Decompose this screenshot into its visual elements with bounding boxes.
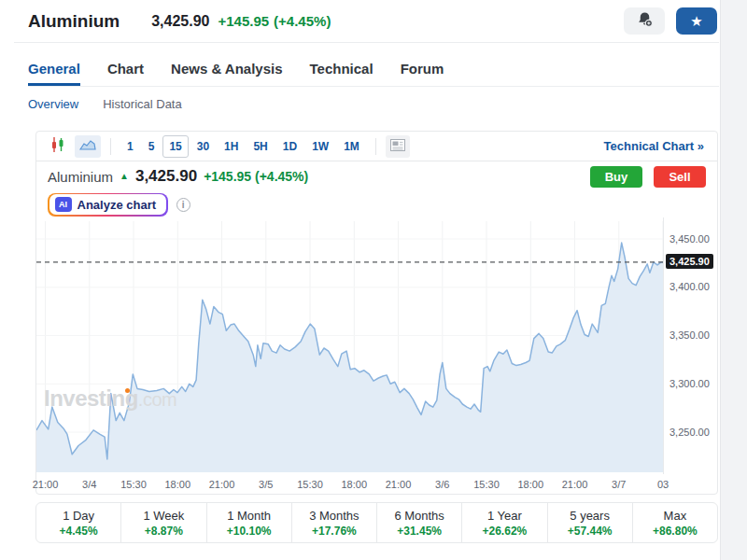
chart-change: +145.95 (+4.45%) (204, 169, 308, 184)
timeframe-5h-button[interactable]: 5H (247, 135, 274, 158)
timeframe-30-button[interactable]: 30 (190, 135, 216, 158)
performance-cell-3-months: 3 Months+17.76% (292, 503, 377, 542)
tab-technical[interactable]: Technical (310, 54, 374, 86)
create-alert-button[interactable] (624, 7, 665, 35)
header-change-pct: (+4.45%) (274, 13, 331, 29)
x-axis-label: 3/4 (82, 479, 96, 490)
star-icon: ★ (690, 14, 702, 28)
x-axis-label: 18:00 (164, 479, 190, 490)
performance-label: 3 Months (309, 509, 359, 523)
timeframe-1h-button[interactable]: 1H (218, 135, 245, 158)
timeframe-group: 1515301H5H1D1W1M (120, 135, 366, 158)
performance-cell-5-years: 5 years+57.44% (548, 503, 633, 542)
price-axis: 3,450.003,400.003,350.003,300.003,250.00… (663, 217, 718, 474)
x-axis-label: 15:30 (473, 479, 500, 490)
performance-value: +8.87% (145, 525, 183, 538)
timeframe-1-button[interactable]: 1 (120, 135, 140, 158)
performance-label: 1 Month (227, 509, 271, 523)
performance-label: 1 Week (143, 509, 184, 523)
y-axis-label: 3,250.00 (669, 427, 710, 438)
x-axis-label: 21:00 (209, 479, 235, 490)
subnav-overview[interactable]: Overview (28, 97, 78, 111)
x-axis-label: 3/5 (259, 479, 273, 490)
header-price: 3,425.90 (151, 13, 209, 30)
x-axis-label: 03 (657, 479, 669, 490)
performance-value: +10.10% (227, 525, 272, 538)
timeframe-1w-button[interactable]: 1W (305, 135, 335, 158)
performance-label: 5 years (570, 509, 610, 523)
performance-value: +26.62% (483, 525, 528, 538)
news-panel-button[interactable] (386, 135, 410, 158)
tab-forum[interactable]: Forum (401, 54, 444, 86)
y-axis-label: 3,400.00 (669, 281, 710, 292)
technical-chart-link[interactable]: Technical Chart » (604, 139, 708, 153)
timeframe-1d-button[interactable]: 1D (276, 135, 303, 158)
performance-value: +4.45% (60, 525, 98, 538)
toolbar-divider (110, 138, 111, 155)
bell-plus-icon (636, 10, 654, 32)
performance-cell-1-year: 1 Year+26.62% (462, 503, 547, 542)
performance-value: +57.44% (568, 525, 613, 538)
y-axis-label: 3,350.00 (669, 329, 710, 341)
x-axis-label: 3/7 (612, 479, 626, 490)
performance-value: +86.80% (653, 525, 698, 538)
tab-chart[interactable]: Chart (107, 54, 144, 86)
buy-button[interactable]: Buy (590, 166, 642, 188)
candlestick-icon (49, 136, 66, 157)
analyze-chart-label: Analyze chart (78, 198, 157, 212)
performance-cell-max: Max+86.80% (633, 503, 717, 542)
tab-news-analysis[interactable]: News & Analysis (171, 54, 283, 86)
performance-cell-1-month: 1 Month+10.10% (207, 503, 292, 542)
area-chart-icon (79, 138, 96, 155)
page-title: Aluminium (28, 11, 120, 32)
layout-panel-icon (390, 138, 405, 155)
chart-instrument-name: Aluminium (48, 169, 113, 185)
x-axis-label: 15:30 (120, 479, 147, 490)
performance-label: Max (664, 509, 687, 523)
performance-cell-1-day: 1 Day+4.45% (36, 503, 121, 542)
subnav-historical-data[interactable]: Historical Data (103, 97, 182, 111)
x-axis-label: 21:00 (33, 479, 59, 490)
performance-label: 1 Day (63, 509, 94, 523)
performance-label: 6 Months (394, 509, 444, 523)
x-axis-label: 15:30 (297, 479, 323, 490)
last-price-badge: 3,425.90 (666, 254, 713, 269)
sell-button[interactable]: Sell (654, 166, 706, 188)
x-axis-label: 18:00 (517, 479, 543, 490)
chart-card: 1515301H5H1D1W1M Technical Chart » Alumi… (35, 131, 718, 495)
performance-strip: 1 Day+4.45%1 Week+8.87%1 Month+10.10%3 M… (35, 502, 718, 543)
analyze-chart-button[interactable]: AI Analyze chart (48, 193, 168, 217)
x-axis-label: 3/6 (435, 479, 449, 490)
watchlist-star-button[interactable]: ★ (676, 7, 717, 35)
trade-buttons: Buy Sell (590, 166, 706, 188)
area-chart-button[interactable] (75, 135, 101, 158)
timeframe-15-button[interactable]: 15 (162, 135, 188, 158)
ai-badge-icon: AI (55, 197, 72, 212)
performance-cell-1-week: 1 Week+8.87% (121, 503, 206, 542)
chart-plot: Investing.com (36, 217, 663, 474)
candlestick-chart-button[interactable] (46, 135, 70, 158)
analyze-row: AI Analyze chart i (36, 191, 717, 217)
price-up-arrow-icon: ▲ (120, 171, 129, 181)
x-axis-label: 18:00 (341, 479, 367, 490)
toolbar-divider (375, 138, 376, 155)
header-change: +145.95 (218, 13, 269, 29)
main-tabs: GeneralChartNews & AnalysisTechnicalForu… (28, 54, 719, 87)
sub-nav: OverviewHistorical Data (28, 97, 182, 111)
performance-cell-6-months: 6 Months+31.45% (377, 503, 462, 542)
info-icon[interactable]: i (176, 198, 190, 212)
y-axis-label: 3,450.00 (669, 233, 710, 245)
x-axis-label: 21:00 (562, 479, 588, 490)
performance-value: +17.76% (312, 525, 357, 538)
tab-general[interactable]: General (28, 54, 80, 86)
price-area-chart (36, 217, 663, 474)
time-axis: 21:003/415:3018:0021:003/515:3018:0021:0… (36, 476, 663, 493)
chart-toolbar: 1515301H5H1D1W1M Technical Chart » (36, 132, 717, 161)
chart-price: 3,425.90 (135, 167, 197, 186)
timeframe-1m-button[interactable]: 1M (337, 135, 366, 158)
y-axis-label: 3,300.00 (669, 378, 710, 389)
performance-value: +31.45% (397, 525, 442, 538)
timeframe-5-button[interactable]: 5 (142, 135, 162, 158)
instrument-header: Aluminium 3,425.90 +145.95 (+4.45%) (14, 0, 719, 43)
chart-instrument-row: Aluminium ▲ 3,425.90 +145.95 (+4.45%) Bu… (36, 161, 717, 191)
